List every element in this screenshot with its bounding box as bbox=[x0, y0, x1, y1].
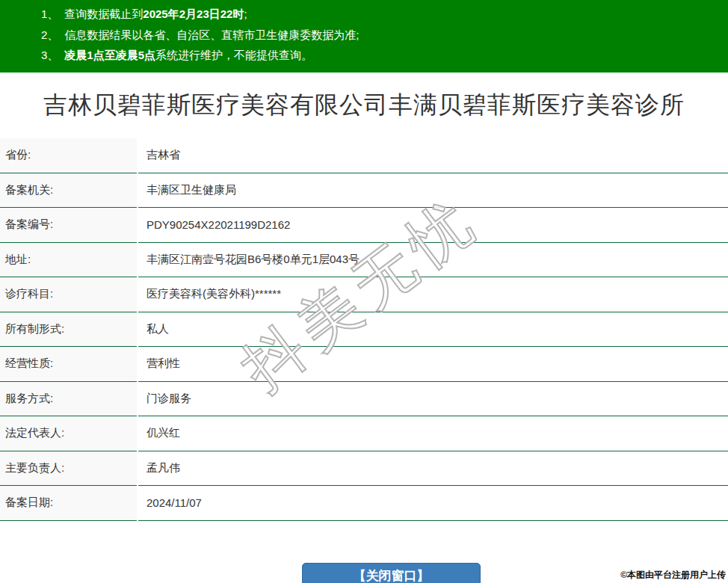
row-value: 2024/11/07 bbox=[138, 486, 728, 521]
notice-line: 1、查询数据截止到2025年2月23日22时; bbox=[41, 4, 713, 25]
notice-number: 3、 bbox=[41, 49, 58, 61]
table-row: 地址: 丰满区江南壹号花园B6号楼0单元1层043号 bbox=[0, 243, 728, 278]
table-row: 经营性质: 营利性 bbox=[0, 347, 728, 382]
row-value: 孟凡伟 bbox=[138, 451, 728, 487]
table-row: 诊疗科目: 医疗美容科(美容外科)****** bbox=[0, 277, 728, 312]
row-label: 主要负责人: bbox=[0, 451, 137, 487]
row-label: 备案日期: bbox=[0, 486, 137, 521]
row-value: 门诊服务 bbox=[138, 382, 728, 417]
record-table: 省份: 吉林省 备案机关: 丰满区卫生健康局 备案编号: PDY90254X22… bbox=[0, 138, 728, 521]
table-row: 主要负责人: 孟凡伟 bbox=[0, 451, 728, 487]
table-row: 法定代表人: 仉兴红 bbox=[0, 416, 728, 451]
notice-text-tail: 系统进行维护，不能提供查询。 bbox=[155, 49, 312, 61]
title-zone: 吉林贝碧菲斯医疗美容有限公司丰满贝碧菲斯医疗美容诊所 bbox=[0, 73, 728, 138]
table-row: 备案日期: 2024/11/07 bbox=[0, 486, 728, 521]
notice-number: 1、 bbox=[41, 7, 58, 20]
row-label: 服务方式: bbox=[0, 382, 137, 417]
row-value: 丰满区卫生健康局 bbox=[138, 173, 728, 209]
notice-bold-text: 凌晨1点至凌晨5点 bbox=[64, 49, 155, 61]
notice-bar: 1、查询数据截止到2025年2月23日22时; 2、信息数据结果以各省、自治区、… bbox=[0, 0, 728, 73]
row-value: 吉林省 bbox=[138, 138, 728, 173]
notice-line: 3、凌晨1点至凌晨5点系统进行维护，不能提供查询。 bbox=[41, 45, 713, 66]
notice-list: 1、查询数据截止到2025年2月23日22时; 2、信息数据结果以各省、自治区、… bbox=[41, 4, 713, 66]
row-label: 备案编号: bbox=[0, 208, 137, 243]
close-window-button[interactable]: 【关闭窗口】 bbox=[302, 563, 481, 583]
row-value: 私人 bbox=[138, 312, 728, 348]
row-label: 法定代表人: bbox=[0, 416, 137, 451]
table-row: 省份: 吉林省 bbox=[0, 138, 728, 173]
notice-text: 信息数据结果以各省、自治区、直辖市卫生健康委数据为准; bbox=[64, 28, 359, 41]
table-row: 服务方式: 门诊服务 bbox=[0, 382, 728, 417]
page-title: 吉林贝碧菲斯医疗美容有限公司丰满贝碧菲斯医疗美容诊所 bbox=[43, 89, 685, 122]
row-label: 经营性质: bbox=[0, 347, 137, 382]
notice-text: 查询数据截止到 bbox=[64, 7, 143, 20]
row-label: 诊疗科目: bbox=[0, 277, 137, 312]
notice-number: 2、 bbox=[41, 28, 58, 41]
row-value: 丰满区江南壹号花园B6号楼0单元1层043号 bbox=[138, 243, 728, 278]
table-row: 备案编号: PDY90254X22021199D2162 bbox=[0, 208, 728, 243]
notice-line: 2、信息数据结果以各省、自治区、直辖市卫生健康委数据为准; bbox=[41, 25, 713, 46]
table-row: 备案机关: 丰满区卫生健康局 bbox=[0, 173, 728, 209]
notice-bold-text: 2025年2月23日22时 bbox=[143, 7, 244, 20]
notice-text-tail: ; bbox=[244, 7, 247, 20]
row-label: 地址: bbox=[0, 243, 137, 278]
row-label: 备案机关: bbox=[0, 173, 137, 209]
row-value: 仉兴红 bbox=[138, 416, 728, 451]
row-value: 医疗美容科(美容外科)****** bbox=[138, 277, 728, 312]
row-value: 营利性 bbox=[138, 347, 728, 382]
footer-credit: ©本图由平台注册用户上传 bbox=[620, 569, 726, 582]
table-row: 所有制形式: 私人 bbox=[0, 312, 728, 348]
row-value: PDY90254X22021199D2162 bbox=[138, 208, 728, 243]
row-label: 所有制形式: bbox=[0, 312, 137, 348]
row-label: 省份: bbox=[0, 138, 137, 173]
